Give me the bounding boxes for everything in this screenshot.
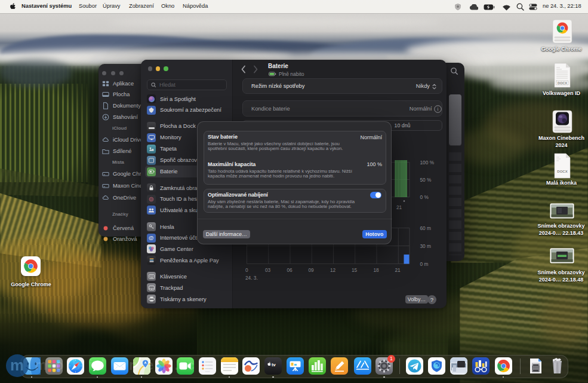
svg-text:tv: tv <box>272 362 276 367</box>
svg-text:24. 3.: 24. 3. <box>245 275 258 281</box>
svg-text:i: i <box>437 106 439 112</box>
svg-text:0 %: 0 % <box>420 194 429 200</box>
svg-text:15: 15 <box>352 267 358 273</box>
svg-text:30 m: 30 m <box>420 243 432 249</box>
svg-text:0 m: 0 m <box>420 261 429 267</box>
svg-text:100 %: 100 % <box>420 160 435 166</box>
svg-text:DOCX: DOCX <box>558 81 567 85</box>
svg-text:09: 09 <box>309 267 315 273</box>
svg-text:21: 21 <box>395 267 401 273</box>
svg-text:0: 0 <box>245 267 248 273</box>
svg-text:50 %: 50 % <box>420 177 432 183</box>
svg-text:03: 03 <box>265 267 271 273</box>
svg-text:12: 12 <box>330 267 336 273</box>
svg-text:21: 21 <box>396 204 402 210</box>
svg-text:06: 06 <box>287 267 293 273</box>
svg-text:DOCX: DOCX <box>557 170 567 173</box>
svg-text:60 m: 60 m <box>420 225 432 231</box>
svg-text:18: 18 <box>374 267 380 273</box>
